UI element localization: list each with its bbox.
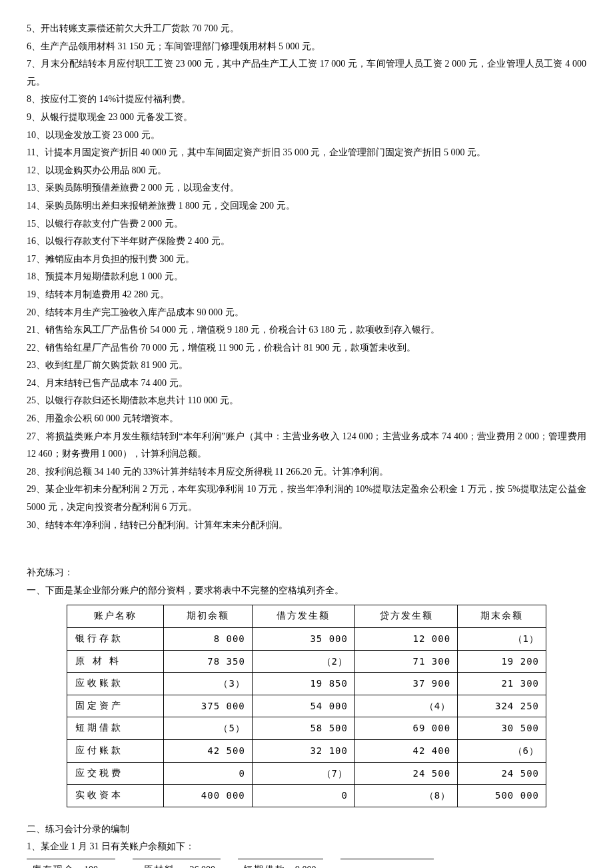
table-row: 原 材 料78 350（2）71 30019 200 [67,650,546,673]
table-cell: 0 [252,785,354,807]
table-cell: 71 300 [354,650,457,673]
supplement-part-two-sub: 1、某企业 1 月 31 日有关账户余额如下： [27,838,586,856]
list-item: 24、月末结转已售产品成本 74 400 元。 [27,375,586,393]
list-item: 9、从银行提取现金 23 000 元备发工资。 [27,109,586,127]
account-name: 应付账款 [67,739,164,762]
balance-tables: 库存现金100银行存款18 000应收账款2 900原材料26 000库存商品6… [27,859,586,868]
table-cell: 30 500 [458,717,546,740]
table-cell: （1） [458,628,546,651]
table-cell: 24 500 [458,762,546,785]
list-item: 14、采购员陈明出差归来报销差旅费 1 800 元，交回现金 200 元。 [27,197,586,215]
table-header: 期末余额 [458,605,546,628]
table-cell: 69 000 [354,717,457,740]
list-item: 13、采购员陈明预借差旅费 2 000 元，以现金支付。 [27,179,586,197]
table-row: 短期借款（5）58 50069 00030 500 [67,717,546,740]
balance-group: 库存现金100银行存款18 000应收账款2 900 [27,859,115,868]
table-cell: （8） [354,785,457,807]
table-cell: （6） [458,739,546,762]
list-item: 15、以银行存款支付广告费 2 000 元。 [27,215,586,233]
table-row: 应收账款（3）19 85037 90021 300 [67,673,546,695]
table-row: 应交税费0（7）24 50024 500 [67,762,546,785]
list-item: 8、按应付工资的 14%计提应付福利费。 [27,91,586,109]
table-header: 借方发生额 [252,605,354,628]
balance-value: 9 000 [291,859,323,868]
balance-group: 本年利润11 000实收资本482 000 [340,859,434,868]
list-item: 17、摊销应由本月负担的报刊费 300 元。 [27,251,586,269]
accounts-table: 账户名称期初余额借方发生额贷方发生额期末余额 银行存款8 00035 00012… [67,605,546,807]
supplement-part-two: 二、练习会计分录的编制 [27,821,586,839]
list-item: 23、收到红星厂前欠购货款 81 900 元。 [27,357,586,375]
balance-row: 库存现金100 [27,859,115,868]
list-item: 11、计提本月固定资产折旧 40 000 元，其中车间固定资产折旧 35 000… [27,144,586,162]
table-cell: 21 300 [458,673,546,695]
list-item: 26、用盈余公积 60 000 元转增资本。 [27,410,586,428]
balance-name: 本年利润 [340,859,394,868]
table-cell: 54 000 [252,695,354,717]
list-item: 29、某企业年初未分配利润 2 万元，本年实现净利润 10 万元，按当年净利润的… [27,481,586,516]
table-cell: 42 500 [164,739,253,762]
list-item: 10、以现金发放工资 23 000 元。 [27,127,586,145]
list-item: 25、以银行存款归还长期借款本息共计 110 000 元。 [27,392,586,410]
balance-value: 100 [80,859,115,868]
list-item: 12、以现金购买办公用品 800 元。 [27,162,586,180]
table-row: 应付账款42 50032 10042 400（6） [67,739,546,762]
table-cell: 8 000 [164,628,253,651]
list-item: 28、按利润总额 34 140 元的 33%计算并结转本月应交所得税 11 26… [27,463,586,481]
supplement-title: 补充练习： [27,564,586,582]
list-item: 6、生产产品领用材料 31 150 元；车间管理部门修理领用材料 5 000 元… [27,38,586,56]
table-cell: 78 350 [164,650,253,673]
table-row: 银行存款8 00035 00012 000（1） [67,628,546,651]
account-name: 实收资本 [67,785,164,807]
balance-name: 短期借款 [238,859,291,868]
table-row: 固定资产375 00054 000（4）324 250 [67,695,546,717]
list-item: 7、月末分配结转本月应付职工工资 23 000 元，其中产品生产工人工资 17 … [27,55,586,91]
balance-row: 原材料26 000 [133,859,221,868]
table-cell: 19 850 [252,673,354,695]
table-cell: 42 400 [354,739,457,762]
table-cell: 24 500 [354,762,457,785]
list-item: 19、结转本月制造费用 42 280 元。 [27,286,586,304]
supplement-part-one: 一、下面是某企业部分账户的部分资料，要求将表中不完整的空格填列齐全。 [27,582,586,600]
list-item: 22、销售给红星厂产品售价 70 000 元，增值税 11 900 元，价税合计… [27,339,586,357]
table-cell: 12 000 [354,628,457,651]
balance-group: 原材料26 000库存商品6 000生产成本4 800 [133,859,221,868]
table-cell: （2） [252,650,354,673]
table-cell: 58 500 [252,717,354,740]
list-item: 30、结转本年净利润，结转已分配利润。计算年末未分配利润。 [27,517,586,535]
table-cell: 375 000 [164,695,253,717]
table-cell: 32 100 [252,739,354,762]
balance-value: 26 000 [186,859,221,868]
account-name: 短期借款 [67,717,164,740]
account-name: 原 材 料 [67,650,164,673]
list-item: 18、预提本月短期借款利息 1 000 元。 [27,268,586,286]
table-cell: （4） [354,695,457,717]
table-cell: 500 000 [458,785,546,807]
account-name: 固定资产 [67,695,164,717]
table-cell: 19 200 [458,650,546,673]
table-cell: 0 [164,762,253,785]
table-header: 期初余额 [164,605,253,628]
balance-row: 短期借款9 000 [238,859,323,868]
table-cell: 400 000 [164,785,253,807]
table-header: 贷方发生额 [354,605,457,628]
table-cell: （7） [252,762,354,785]
table-cell: （3） [164,673,253,695]
numbered-items: 5、开出转账支票偿还前欠大升工厂货款 70 700 元。6、生产产品领用材料 3… [27,20,586,534]
balance-group: 短期借款9 000应付账款4 000应交税费2 000 [238,859,323,868]
table-cell: 37 900 [354,673,457,695]
list-item: 16、以银行存款支付下半年财产保险费 2 400 元。 [27,233,586,251]
list-item: 5、开出转账支票偿还前欠大升工厂货款 70 700 元。 [27,20,586,38]
balance-name: 原材料 [133,859,186,868]
table-header: 账户名称 [67,605,164,628]
balance-name: 库存现金 [27,859,80,868]
account-name: 应收账款 [67,673,164,695]
list-item: 21、销售给东风工厂产品售价 54 000 元，增值税 9 180 元，价税合计… [27,321,586,339]
balance-row: 本年利润11 000 [340,859,434,868]
account-name: 银行存款 [67,628,164,651]
table-cell: 35 000 [252,628,354,651]
account-name: 应交税费 [67,762,164,785]
list-item: 27、将损益类账户本月发生额结转到“本年利润”账户（其中：主营业务收入 124 … [27,428,586,463]
table-cell: （5） [164,717,253,740]
table-cell: 324 250 [458,695,546,717]
balance-value: 11 000 [394,859,434,868]
